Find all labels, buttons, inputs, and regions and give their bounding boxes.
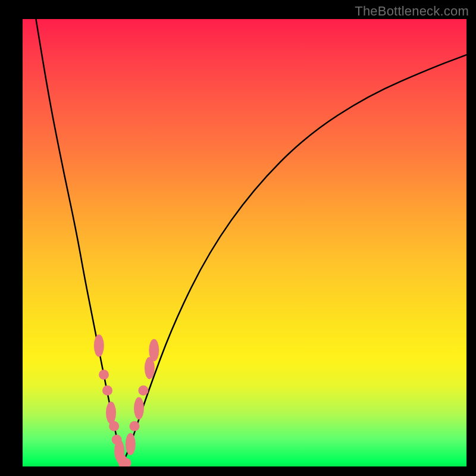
bottleneck-chart-svg bbox=[23, 19, 466, 466]
marker-pill bbox=[106, 402, 116, 424]
marker-pill bbox=[145, 357, 155, 379]
marker-pill bbox=[126, 433, 136, 455]
plot-area bbox=[23, 19, 466, 466]
chart-frame: TheBottleneck.com bbox=[0, 0, 476, 476]
marker-dot bbox=[118, 458, 128, 466]
bottleneck-curve bbox=[36, 19, 466, 458]
marker-dot bbox=[109, 421, 119, 431]
marker-dot bbox=[122, 458, 131, 466]
marker-dot bbox=[99, 369, 109, 380]
marker-pill bbox=[94, 334, 104, 356]
marker-pill bbox=[114, 440, 124, 462]
watermark-text: TheBottleneck.com bbox=[355, 4, 469, 19]
marker-dot bbox=[102, 386, 112, 396]
marker-dot bbox=[117, 455, 127, 465]
data-markers bbox=[94, 334, 159, 466]
marker-dot bbox=[112, 434, 122, 444]
marker-pill bbox=[134, 397, 144, 419]
marker-dot bbox=[130, 421, 140, 431]
marker-dot bbox=[138, 386, 148, 396]
marker-pill bbox=[149, 339, 159, 361]
